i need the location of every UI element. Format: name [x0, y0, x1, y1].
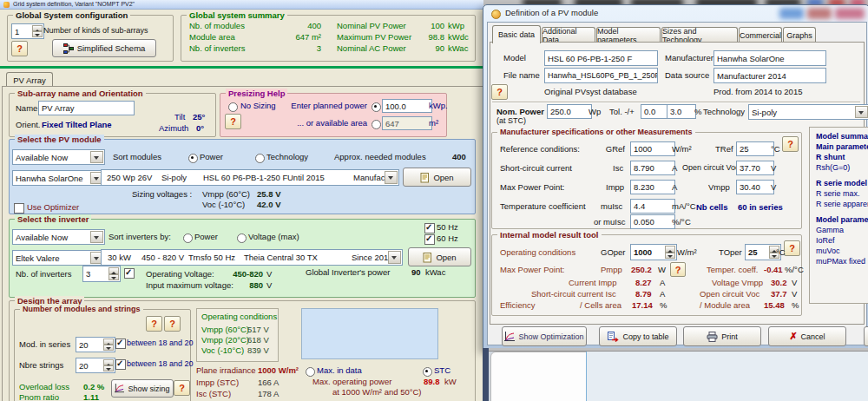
muisc-unit: mA/°C	[672, 201, 696, 211]
global-summary-title: Global system summary	[187, 10, 287, 20]
help-button[interactable]: ?	[784, 240, 800, 256]
planned-power-input[interactable]: 100.0	[382, 99, 432, 113]
partial-button[interactable]	[864, 326, 868, 346]
help-button[interactable]: ?	[670, 262, 686, 277]
available-area-unit: m²	[429, 118, 438, 128]
sort-power-radio[interactable]	[188, 154, 198, 163]
module-availability-combo[interactable]: Available Now	[12, 149, 105, 165]
technology-combo[interactable]: Si-poly	[748, 104, 868, 120]
tab-commercial[interactable]: Commercial	[739, 27, 782, 43]
available-area-radio[interactable]	[372, 120, 381, 129]
inverter-sort-power-radio[interactable]	[183, 233, 193, 243]
tab-sizes-technology[interactable]: Sizes and Technology	[661, 27, 738, 43]
max-in-data-radio[interactable]	[306, 367, 315, 377]
tolerance-minus-input[interactable]: 0.0	[641, 104, 670, 119]
help-button[interactable]: ?	[174, 380, 190, 396]
tab-additional-data[interactable]: Additional Data	[542, 27, 595, 43]
help-button[interactable]: ?	[491, 84, 508, 100]
spinner-buttons[interactable]	[103, 359, 114, 371]
spinner-buttons[interactable]	[103, 339, 114, 351]
show-optimization-button[interactable]: Show Optimization	[502, 326, 587, 346]
voc-input[interactable]: 37.70	[736, 161, 774, 175]
strings-range-checkbox[interactable]	[115, 359, 126, 370]
subarray-name-input[interactable]: PV Array	[38, 101, 135, 115]
nom-power-input[interactable]: 250.0	[547, 104, 592, 119]
module-select-combo[interactable]: 250 Wp 26V Si-poly HSL 60 P6-PB-1-250 F …	[101, 169, 399, 186]
app-icon	[3, 2, 10, 8]
model-input[interactable]: HSL 60 P6-PB-1-250 F	[544, 50, 658, 66]
tab-graphs[interactable]: Graphs	[783, 27, 816, 43]
print-button[interactable]: Print	[683, 326, 761, 346]
open-module-button[interactable]: Open	[403, 168, 471, 187]
operating-voltage-label: Operating Voltage:	[146, 269, 214, 279]
show-sizing-button[interactable]: Show sizing	[111, 379, 174, 398]
help-button[interactable]: ?	[146, 316, 162, 332]
filename-input[interactable]: Hanwha_HSL60P6_PB_1_250F	[544, 68, 658, 83]
tref-input[interactable]: 25	[736, 141, 774, 156]
chevron-down-icon[interactable]	[855, 106, 868, 118]
help-glyph: ?	[496, 87, 503, 97]
spinner-buttons[interactable]	[108, 267, 119, 280]
use-optimizer-checkbox[interactable]	[14, 203, 24, 214]
available-area-input[interactable]: 647	[382, 116, 432, 130]
inverter-sort-voltage-radio[interactable]	[237, 233, 247, 243]
hz50-checkbox[interactable]	[424, 223, 435, 233]
impp-stc-value: 166 A	[258, 378, 279, 387]
maximize-button[interactable]	[807, 8, 832, 19]
tab-model-parameters[interactable]: Model parameters	[596, 27, 661, 43]
goper-stepper[interactable]: 1000	[630, 244, 677, 260]
planned-power-value: 100.0	[385, 102, 406, 111]
vmpp-input[interactable]: 30.40	[736, 180, 774, 194]
chevron-down-icon[interactable]	[90, 231, 103, 243]
minimize-button[interactable]	[779, 8, 804, 19]
muisc-symbol: muIsc	[601, 201, 622, 211]
muisc2-input[interactable]: 0.050	[630, 214, 675, 229]
tolerance-label: Tol. -/+	[609, 107, 635, 116]
mod-in-series-stepper[interactable]: 20	[76, 337, 115, 352]
hz60-checkbox[interactable]	[424, 234, 435, 245]
manufacturer-input[interactable]: Hanwha SolarOne	[713, 50, 826, 66]
open-inverter-button[interactable]: Open	[408, 247, 471, 266]
spinner-buttons[interactable]	[665, 246, 675, 259]
summary-panel-item: Gamma	[816, 226, 844, 235]
chevron-down-icon[interactable]	[385, 171, 398, 184]
inverter-auto-checkbox[interactable]	[124, 268, 135, 279]
help-button[interactable]: ?	[782, 136, 799, 152]
planned-power-radio[interactable]	[372, 102, 381, 112]
stc-radio[interactable]	[423, 367, 432, 377]
chevron-down-icon[interactable]	[90, 151, 103, 163]
nb-inverters-stepper[interactable]: 3	[82, 266, 121, 282]
isc-input[interactable]: 8.790	[630, 161, 675, 175]
impp-input[interactable]: 8.230	[630, 180, 675, 194]
muisc-input[interactable]: 4.4	[630, 199, 675, 214]
summary-label: Module area	[189, 32, 235, 42]
close-button[interactable]	[835, 8, 865, 19]
module-source: Manufacturer 20	[353, 173, 386, 182]
pmpp-unit: W	[658, 265, 666, 274]
help-glyph: ?	[179, 383, 185, 393]
chevron-down-icon[interactable]	[388, 251, 401, 264]
summary-unit: kWac	[448, 43, 468, 53]
datasource-input[interactable]: Manufacturer 2014	[713, 68, 826, 83]
nbre-strings-stepper[interactable]: 20	[76, 358, 115, 373]
tolerance-plus-input[interactable]: 3.0	[667, 104, 696, 119]
module-area-unit: %	[792, 300, 799, 310]
manufacturer-value: Hanwha SolarOne	[717, 54, 785, 63]
series-range-checkbox[interactable]	[115, 339, 126, 349]
gref-input[interactable]: 1000	[630, 141, 675, 156]
help-button[interactable]: ?	[11, 41, 28, 56]
help-button[interactable]: ?	[164, 316, 181, 332]
cancel-button[interactable]: ✗ Cancel	[768, 326, 846, 346]
module-manufacturer-combo[interactable]: Hanwha SolarOne	[12, 170, 105, 186]
no-sizing-radio[interactable]	[228, 102, 238, 112]
simplified-schema-button[interactable]: Simplified Schema	[52, 39, 156, 57]
inverter-select-combo[interactable]: 30 kW 450 - 820 V Trnsfo 50 Hz Theia Cen…	[101, 249, 403, 266]
spinner-buttons[interactable]	[32, 25, 43, 37]
tab-basic-data[interactable]: Basic data	[492, 25, 541, 43]
inverter-availability-combo[interactable]: Available Now	[12, 229, 105, 245]
sort-technology-radio[interactable]	[255, 154, 265, 163]
subarray-count-stepper[interactable]: 1	[11, 23, 44, 39]
help-button[interactable]: ?	[225, 114, 241, 129]
copy-to-table-button[interactable]: Copy to table	[599, 326, 677, 346]
inverter-manufacturer-combo[interactable]: Eltek Valere	[12, 250, 105, 266]
